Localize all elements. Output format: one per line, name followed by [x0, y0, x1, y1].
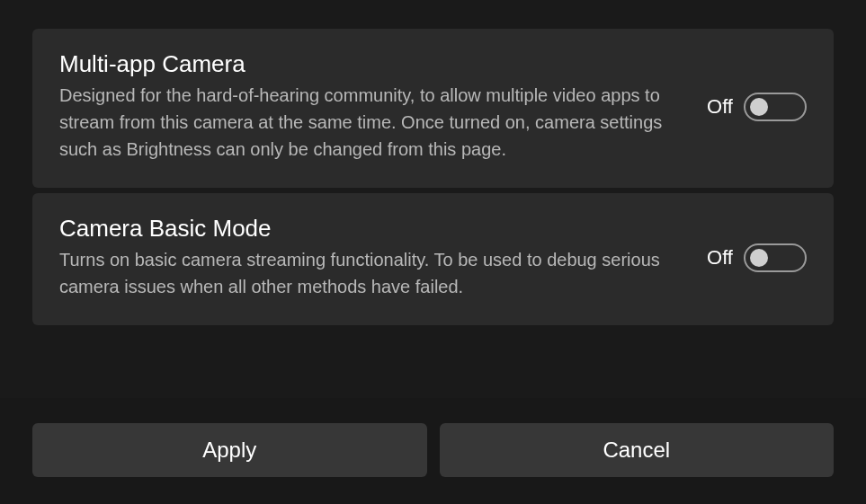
toggle-state-label: Off — [707, 95, 733, 119]
settings-container: Multi-app Camera Designed for the hard-o… — [0, 0, 866, 325]
cancel-button[interactable]: Cancel — [440, 423, 835, 477]
toggle-camera-basic-mode[interactable] — [744, 243, 807, 272]
setting-camera-basic-mode: Camera Basic Mode Turns on basic camera … — [32, 193, 834, 325]
setting-title: Camera Basic Mode — [59, 215, 680, 243]
footer-bar: Apply Cancel — [0, 398, 866, 504]
setting-title: Multi-app Camera — [59, 50, 680, 78]
toggle-multi-app-camera[interactable] — [744, 93, 807, 121]
toggle-group: Off — [707, 243, 807, 272]
toggle-group: Off — [707, 93, 807, 121]
setting-description: Designed for the hard-of-hearing communi… — [59, 82, 680, 163]
apply-button[interactable]: Apply — [32, 423, 427, 477]
setting-description: Turns on basic camera streaming function… — [59, 246, 680, 300]
setting-multi-app-camera: Multi-app Camera Designed for the hard-o… — [32, 29, 834, 188]
toggle-state-label: Off — [707, 246, 733, 270]
setting-text: Camera Basic Mode Turns on basic camera … — [59, 215, 707, 300]
toggle-knob — [750, 98, 768, 116]
setting-text: Multi-app Camera Designed for the hard-o… — [59, 50, 707, 163]
toggle-knob — [750, 249, 768, 267]
